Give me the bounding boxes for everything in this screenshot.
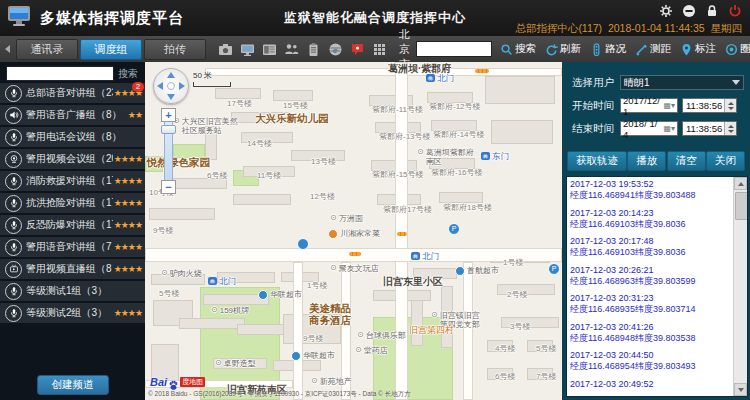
pan-up-icon[interactable]	[167, 72, 175, 78]
start-time-input[interactable]: 11:38:56	[682, 98, 737, 113]
spin-up-icon[interactable]	[728, 102, 734, 105]
settings-gear-icon[interactable]	[659, 4, 673, 18]
pan-left-icon[interactable]	[157, 82, 163, 90]
pan-center-icon[interactable]	[167, 82, 175, 90]
zoom-out-button[interactable]: −	[161, 180, 176, 194]
zoom-slider-thumb[interactable]	[161, 125, 176, 134]
group-item[interactable]: 警用语音对讲组（7）★★★★	[0, 237, 145, 257]
photo-icon[interactable]	[218, 42, 233, 57]
map-label: 紫郡府-15号楼	[372, 170, 424, 179]
clipboard-icon[interactable]	[306, 42, 321, 57]
browser-icon[interactable]: e	[328, 42, 343, 57]
track-point-entry[interactable]: 2017-12-03 20:31:23经度116.468935纬度39.8037…	[570, 293, 733, 316]
start-date-input[interactable]: 2017/12/ 1▦▾	[620, 98, 678, 113]
time-spinner[interactable]	[724, 99, 736, 112]
scroll-up-icon[interactable]	[734, 177, 747, 190]
panel-icon[interactable]	[262, 42, 277, 57]
map-label: ⊙159棋牌	[211, 306, 249, 315]
group-item[interactable]: 反恐防爆对讲组（17）★★★★	[0, 215, 145, 235]
scrollbar-thumb[interactable]	[735, 192, 748, 220]
pan-right-icon[interactable]	[179, 82, 185, 90]
map-label: ⊙驴肉火烧	[161, 269, 202, 278]
track-button-获取轨迹[interactable]: 获取轨迹	[567, 151, 627, 171]
collapse-panel-icon[interactable]	[5, 45, 10, 53]
zoom-slider-track[interactable]	[164, 122, 173, 180]
chat-alert-icon[interactable]	[350, 42, 365, 57]
map-label: 首航超市	[455, 266, 499, 276]
group-search-button[interactable]: 搜索	[118, 67, 138, 81]
map-label-text: 6号楼	[495, 372, 515, 381]
measure-action-button[interactable]: 测距	[635, 42, 671, 56]
group-item[interactable]: 警用视频直播组（8）★★★★	[0, 259, 145, 279]
group-item[interactable]: 总部语音对讲组（23）★★★★2	[0, 83, 145, 103]
group-item[interactable]: 警用语音广播组（8）★★	[0, 105, 145, 125]
user-select[interactable]: 晴朗1	[620, 75, 744, 90]
end-time-input[interactable]: 11:38:56	[682, 121, 737, 136]
spin-down-icon[interactable]	[728, 130, 734, 133]
traffic-action-button[interactable]: 路况	[590, 42, 626, 56]
map-compass-control[interactable]	[153, 68, 189, 104]
map-label: 6号楼	[495, 372, 515, 381]
map-label-text: 紫郡府-13号楼	[379, 132, 431, 141]
traffic-jam-mark	[475, 69, 489, 73]
track-point-entry[interactable]: 2017-12-03 20:41:26经度116.468948纬度39.8035…	[570, 322, 733, 345]
map-search-input[interactable]	[416, 41, 492, 57]
spin-down-icon[interactable]	[728, 107, 734, 110]
pan-down-icon[interactable]	[167, 94, 175, 100]
map-label: ⊙卓野造型	[215, 359, 256, 368]
zoom-in-button[interactable]: +	[161, 108, 176, 122]
track-button-清空[interactable]: 清空	[667, 151, 706, 171]
track-point-entry[interactable]: 2017-12-03 20:17:48经度116.469103纬度39.8036	[570, 236, 733, 259]
track-point-entry[interactable]: 2017-12-03 20:44:50经度116.468954纬度39.8034…	[570, 350, 733, 373]
minimize-icon[interactable]	[682, 4, 696, 18]
track-point-entry[interactable]: 2017-12-03 20:14:23经度116.469103纬度39.8036	[570, 208, 733, 231]
center-title: 监狱智能化融合调度指挥中心	[284, 9, 466, 27]
map-label-text: 15号楼	[283, 101, 308, 110]
track-point-entry[interactable]: 2017-12-03 19:53:52经度116.468941纬度39.8034…	[570, 179, 733, 202]
circle-select-action-button[interactable]: 圈选	[725, 42, 750, 56]
power-icon[interactable]	[728, 4, 742, 18]
tv-icon	[5, 261, 22, 278]
marker-action-button[interactable]: 标注	[680, 42, 716, 56]
time-spinner[interactable]	[724, 122, 736, 135]
search-action-button[interactable]: 搜索	[500, 42, 536, 56]
action-label: 圈选	[740, 42, 750, 56]
monitor-icon[interactable]	[240, 42, 255, 57]
track-button-关闭[interactable]: 关闭	[706, 151, 745, 171]
group-item[interactable]: 警用电话会议组（8）	[0, 127, 145, 147]
group-item[interactable]: 等级测试1组（3）	[0, 281, 145, 301]
tab-通讯录[interactable]: 通讯录	[16, 39, 78, 60]
grid-icon[interactable]	[372, 42, 387, 57]
map-label-text: 13号楼	[311, 157, 336, 166]
group-item[interactable]: 等级测试2组（3）★★★★	[0, 303, 145, 323]
scrollbar[interactable]	[733, 177, 747, 396]
group-search-input[interactable]	[6, 66, 114, 81]
users-icon[interactable]	[284, 42, 299, 57]
lock-icon[interactable]	[705, 4, 719, 18]
end-date-input[interactable]: 2018/ 1/ 4▦▾	[620, 121, 678, 136]
tab-调度组[interactable]: 调度组	[80, 39, 142, 60]
map-label-text: 北门	[437, 74, 454, 84]
group-item[interactable]: 抗洪抢险对讲组（17）★★★★	[0, 193, 145, 213]
create-channel-button[interactable]: 创建频道	[37, 375, 109, 395]
baidu-logo-suffix: 度地图	[180, 377, 205, 387]
map-label-text: 9号楼	[303, 334, 323, 343]
map-label: 6号楼	[207, 171, 227, 180]
map-label: 华联超市	[291, 351, 335, 361]
scroll-down-icon[interactable]	[734, 383, 747, 396]
baidu-logo-text: Bai	[150, 376, 167, 388]
map-canvas[interactable]: PP 葛洲坝·紫郡府∩北门⊙大兴区旧宫美然 社区服务站大兴乐新幼儿园悦然绿色家园…	[145, 62, 562, 400]
map-label-text: 紫郡府17号楼	[383, 205, 432, 214]
track-point-entry[interactable]: 2017-12-03 20:49:52	[570, 379, 733, 390]
group-item[interactable]: 警用视频会议组（20）★★★★	[0, 149, 145, 169]
refresh-action-button[interactable]: 刷新	[545, 42, 581, 56]
group-name: 警用语音对讲组（7）	[26, 240, 113, 254]
tab-拍传[interactable]: 拍传	[144, 39, 206, 60]
group-item[interactable]: 消防救援对讲组（17）★★★★	[0, 171, 145, 191]
track-point-entry[interactable]: 2017-12-03 20:26:21经度116.468963纬度39.8035…	[570, 265, 733, 288]
entry-coordinates: 经度116.468935纬度39.803714	[570, 304, 733, 315]
map-label-text: 旧宫第四村	[409, 325, 454, 335]
group-name: 反恐防爆对讲组（17）	[26, 218, 113, 232]
track-button-播放[interactable]: 播放	[627, 151, 666, 171]
spin-up-icon[interactable]	[728, 125, 734, 128]
